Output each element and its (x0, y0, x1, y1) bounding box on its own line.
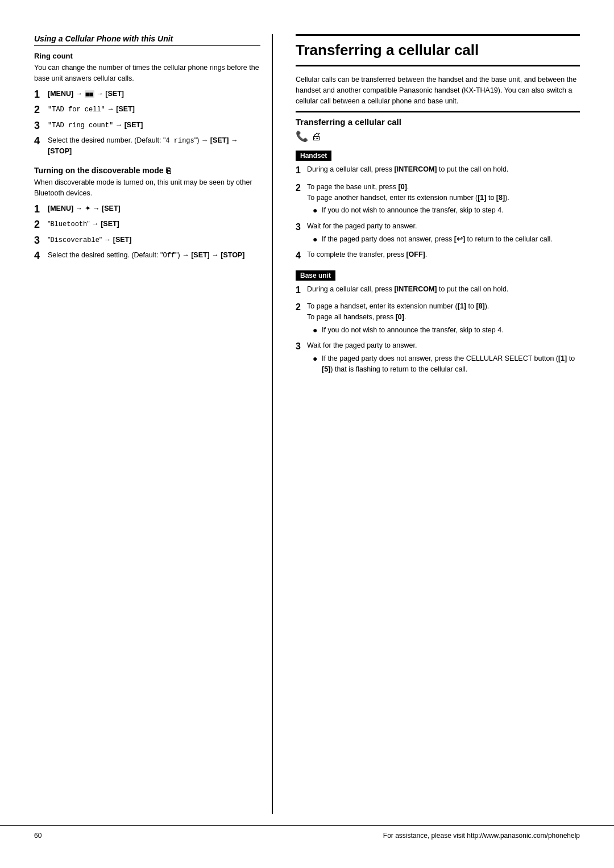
bullet-dot: ● (313, 205, 322, 216)
step-number-3: 3 (34, 120, 48, 132)
handset-step-num-4: 4 (296, 249, 307, 262)
left-step-4: 4 Select the desired number. (Default: "… (34, 135, 260, 157)
base-unit-label: Base unit (296, 270, 335, 281)
step-number-1: 1 (34, 89, 48, 101)
step-content-2: "TAD for cell" → [SET] (48, 104, 260, 115)
page-number: 60 (34, 832, 42, 840)
phone-icon: 📞 (296, 130, 308, 143)
base-step-3: 3 Wait for the paged party to answer. ● … (296, 340, 580, 374)
step-content-3: "TAD ring count" → [SET] (48, 120, 260, 131)
content-area: Using a Cellular Phone with this Unit Ri… (0, 34, 614, 814)
base-step-num-1: 1 (296, 284, 307, 297)
step-number-d4: 4 (34, 250, 48, 262)
base-bullet-dot-2: ● (313, 325, 322, 336)
handset-step-content-2: To page the base unit, press [0]. To pag… (307, 182, 580, 216)
step-content-d4: Select the desired setting. (Default: "O… (48, 250, 260, 261)
step-number-2: 2 (34, 104, 48, 116)
bullet-dot-3: ● (313, 234, 322, 245)
turning-on-body: When discoverable mode is turned on, thi… (34, 177, 260, 199)
left-step-3: 3 "TAD ring count" → [SET] (34, 120, 260, 132)
step-content-4: Select the desired number. (Default: "4 … (48, 135, 260, 157)
base-step-1: 1 During a cellular call, press [INTERCO… (296, 284, 580, 297)
handset-step-1: 1 During a cellular call, press [INTERCO… (296, 164, 580, 177)
handset-step-num-2: 2 (296, 182, 307, 194)
step-content-d2: "Bluetooth" → [SET] (48, 219, 260, 229)
left-step-1: 1 [MENU] → ■■ → [SET] (34, 89, 260, 101)
left-step-d1: 1 [MENU] → ✦ → [SET] (34, 203, 260, 216)
page: Using a Cellular Phone with this Unit Ri… (0, 0, 614, 868)
icons-line: 📞 🖨 (296, 130, 580, 143)
handset-label: Handset (296, 151, 331, 161)
step-number-d3: 3 (34, 235, 48, 247)
sub-heading: Transferring a cellular call (296, 117, 580, 127)
base-step-content-3: Wait for the paged party to answer. ● If… (307, 340, 580, 374)
bullet-text-2: If you do not wish to announce the trans… (322, 205, 504, 216)
turning-on-title: Turning on the discoverable mode ⎘ (34, 166, 260, 175)
ring-count-heading: Ring count (34, 52, 260, 60)
ring-count-body: You can change the number of times the c… (34, 62, 260, 84)
handset-bullet-2: ● If you do not wish to announce the tra… (313, 205, 580, 216)
base-step-num-3: 3 (296, 340, 307, 353)
step-number-d2: 2 (34, 219, 48, 231)
base-step-2: 2 To page a handset, enter its extension… (296, 301, 580, 336)
right-column: Transferring a cellular call Cellular ca… (290, 34, 580, 814)
base-bullet-dot-3: ● (313, 353, 322, 375)
bullet-text-3: If the paged party does not answer, pres… (322, 234, 553, 245)
handset-step-4: 4 To complete the transfer, press [OFF]. (296, 249, 580, 262)
step-content-1: [MENU] → ■■ → [SET] (48, 89, 260, 99)
handset-step-num-1: 1 (296, 164, 307, 177)
step-content-d1: [MENU] → ✦ → [SET] (48, 203, 260, 214)
handset-step-content-1: During a cellular call, press [INTERCOM]… (307, 164, 580, 175)
handset-step-2: 2 To page the base unit, press [0]. To p… (296, 182, 580, 216)
footer: 60 For assistance, please visit http://w… (0, 825, 614, 845)
base-bullet-3: ● If the paged party does not answer, pr… (313, 353, 580, 375)
base-bullet-text-3: If the paged party does not answer, pres… (322, 353, 580, 375)
left-step-d2: 2 "Bluetooth" → [SET] (34, 219, 260, 231)
base-icon: 🖨 (312, 131, 322, 143)
footer-text: For assistance, please visit http://www.… (383, 832, 580, 840)
section-title: Using a Cellular Phone with this Unit (34, 34, 260, 46)
base-step-content-2: To page a handset, enter its extension n… (307, 301, 580, 336)
handset-step-content-3: Wait for the paged party to answer. ● If… (307, 221, 580, 245)
left-step-d4: 4 Select the desired setting. (Default: … (34, 250, 260, 262)
top-divider (296, 34, 580, 36)
base-bullet-2: ● If you do not wish to announce the tra… (313, 325, 580, 336)
base-bullet-text-2: If you do not wish to announce the trans… (322, 325, 504, 336)
main-heading: Transferring a cellular call (296, 41, 580, 66)
handset-step-3: 3 Wait for the paged party to answer. ● … (296, 221, 580, 245)
handset-step-num-3: 3 (296, 221, 307, 233)
step-content-d3: "Discoverable" → [SET] (48, 235, 260, 245)
left-column: Using a Cellular Phone with this Unit Ri… (34, 34, 273, 814)
left-step-2: 2 "TAD for cell" → [SET] (34, 104, 260, 116)
handset-step-content-4: To complete the transfer, press [OFF]. (307, 249, 580, 260)
intro-text: Cellular calls can be transferred betwee… (296, 74, 580, 106)
base-step-num-2: 2 (296, 301, 307, 314)
base-step-content-1: During a cellular call, press [INTERCOM]… (307, 284, 580, 295)
step-number-4: 4 (34, 135, 48, 148)
section-divider (296, 111, 580, 112)
handset-bullet-3: ● If the paged party does not answer, pr… (313, 234, 580, 245)
left-step-d3: 3 "Discoverable" → [SET] (34, 235, 260, 247)
step-number-d1: 1 (34, 203, 48, 216)
